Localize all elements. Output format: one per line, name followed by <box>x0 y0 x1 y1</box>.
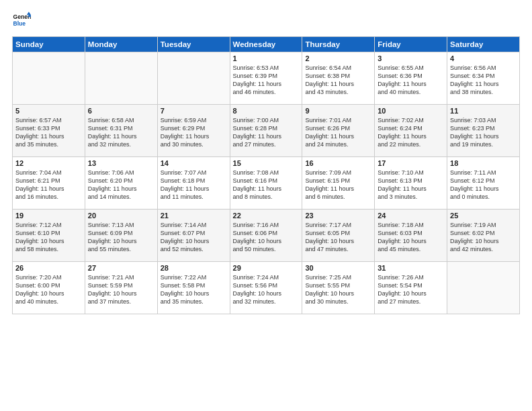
day-number: 25 <box>450 212 517 220</box>
weekday-friday: Friday <box>375 37 447 52</box>
day-number: 24 <box>378 212 444 220</box>
day-info: Sunrise: 7:20 AM Sunset: 6:00 PM Dayligh… <box>15 273 82 306</box>
day-number: 2 <box>305 54 371 62</box>
day-number: 8 <box>233 107 300 115</box>
calendar-cell: 11Sunrise: 7:03 AM Sunset: 6:23 PM Dayli… <box>447 105 520 157</box>
calendar-cell: 29Sunrise: 7:24 AM Sunset: 5:56 PM Dayli… <box>230 262 302 314</box>
day-info: Sunrise: 7:17 AM Sunset: 6:05 PM Dayligh… <box>305 221 371 254</box>
day-number: 1 <box>233 54 300 62</box>
calendar-cell: 10Sunrise: 7:02 AM Sunset: 6:24 PM Dayli… <box>375 105 447 157</box>
day-info: Sunrise: 7:11 AM Sunset: 6:12 PM Dayligh… <box>450 169 517 201</box>
calendar-cell: 26Sunrise: 7:20 AM Sunset: 6:00 PM Dayli… <box>13 262 85 314</box>
day-number: 6 <box>88 107 154 115</box>
weekday-sunday: Sunday <box>13 37 85 52</box>
day-number: 18 <box>450 159 517 167</box>
day-info: Sunrise: 7:04 AM Sunset: 6:21 PM Dayligh… <box>15 169 82 201</box>
calendar-cell <box>85 52 157 105</box>
day-info: Sunrise: 7:03 AM Sunset: 6:23 PM Dayligh… <box>450 116 517 149</box>
page: General Blue SundayMondayTuesdayWednesda… <box>0 0 532 411</box>
day-info: Sunrise: 7:22 AM Sunset: 5:58 PM Dayligh… <box>161 273 227 306</box>
day-info: Sunrise: 7:14 AM Sunset: 6:07 PM Dayligh… <box>161 221 227 254</box>
day-number: 4 <box>450 54 517 62</box>
calendar-cell: 14Sunrise: 7:07 AM Sunset: 6:18 PM Dayli… <box>157 157 230 210</box>
day-number: 21 <box>161 212 227 220</box>
day-number: 23 <box>305 212 371 220</box>
calendar-cell: 30Sunrise: 7:25 AM Sunset: 5:55 PM Dayli… <box>302 262 375 314</box>
day-number: 15 <box>233 159 300 167</box>
weekday-tuesday: Tuesday <box>157 37 230 52</box>
logo: General Blue <box>12 11 31 30</box>
calendar-cell: 22Sunrise: 7:16 AM Sunset: 6:06 PM Dayli… <box>230 210 302 262</box>
calendar-cell: 9Sunrise: 7:01 AM Sunset: 6:26 PM Daylig… <box>302 105 375 157</box>
day-number: 20 <box>88 212 154 220</box>
calendar-cell: 12Sunrise: 7:04 AM Sunset: 6:21 PM Dayli… <box>13 157 85 210</box>
day-number: 29 <box>233 264 300 272</box>
calendar-cell: 16Sunrise: 7:09 AM Sunset: 6:15 PM Dayli… <box>302 157 375 210</box>
day-number: 16 <box>305 159 371 167</box>
calendar-cell: 19Sunrise: 7:12 AM Sunset: 6:10 PM Dayli… <box>13 210 85 262</box>
week-row-1: 1Sunrise: 6:53 AM Sunset: 6:39 PM Daylig… <box>13 52 520 105</box>
day-info: Sunrise: 7:00 AM Sunset: 6:28 PM Dayligh… <box>233 116 300 149</box>
day-info: Sunrise: 7:19 AM Sunset: 6:02 PM Dayligh… <box>450 221 517 254</box>
day-info: Sunrise: 7:26 AM Sunset: 5:54 PM Dayligh… <box>378 273 444 306</box>
day-info: Sunrise: 7:12 AM Sunset: 6:10 PM Dayligh… <box>15 221 82 254</box>
weekday-saturday: Saturday <box>447 37 520 52</box>
day-number: 26 <box>15 264 82 272</box>
day-number: 10 <box>378 107 444 115</box>
calendar-cell: 17Sunrise: 7:10 AM Sunset: 6:13 PM Dayli… <box>375 157 447 210</box>
day-number: 30 <box>305 264 371 272</box>
calendar-cell: 7Sunrise: 6:59 AM Sunset: 6:29 PM Daylig… <box>157 105 230 157</box>
day-info: Sunrise: 6:54 AM Sunset: 6:38 PM Dayligh… <box>305 64 371 97</box>
weekday-monday: Monday <box>85 37 157 52</box>
day-number: 19 <box>15 212 82 220</box>
calendar-cell: 4Sunrise: 6:56 AM Sunset: 6:34 PM Daylig… <box>447 52 520 105</box>
weekday-header-row: SundayMondayTuesdayWednesdayThursdayFrid… <box>13 37 520 52</box>
day-info: Sunrise: 6:59 AM Sunset: 6:29 PM Dayligh… <box>161 116 227 149</box>
weekday-thursday: Thursday <box>302 37 375 52</box>
day-number: 3 <box>378 54 444 62</box>
day-number: 17 <box>378 159 444 167</box>
day-info: Sunrise: 7:09 AM Sunset: 6:15 PM Dayligh… <box>305 169 371 201</box>
day-info: Sunrise: 7:16 AM Sunset: 6:06 PM Dayligh… <box>233 221 300 254</box>
calendar-cell: 5Sunrise: 6:57 AM Sunset: 6:33 PM Daylig… <box>13 105 85 157</box>
calendar-cell: 8Sunrise: 7:00 AM Sunset: 6:28 PM Daylig… <box>230 105 302 157</box>
calendar-cell: 27Sunrise: 7:21 AM Sunset: 5:59 PM Dayli… <box>85 262 157 314</box>
day-number: 22 <box>233 212 300 220</box>
day-number: 9 <box>305 107 371 115</box>
day-info: Sunrise: 6:55 AM Sunset: 6:36 PM Dayligh… <box>378 64 444 97</box>
header: General Blue <box>12 11 520 30</box>
day-info: Sunrise: 6:57 AM Sunset: 6:33 PM Dayligh… <box>15 116 82 149</box>
calendar-cell: 13Sunrise: 7:06 AM Sunset: 6:20 PM Dayli… <box>85 157 157 210</box>
calendar-cell: 18Sunrise: 7:11 AM Sunset: 6:12 PM Dayli… <box>447 157 520 210</box>
svg-text:Blue: Blue <box>13 20 26 27</box>
calendar-cell <box>157 52 230 105</box>
calendar-cell: 21Sunrise: 7:14 AM Sunset: 6:07 PM Dayli… <box>157 210 230 262</box>
day-number: 27 <box>88 264 154 272</box>
day-number: 14 <box>161 159 227 167</box>
calendar-table: SundayMondayTuesdayWednesdayThursdayFrid… <box>12 36 520 314</box>
day-number: 28 <box>161 264 227 272</box>
calendar-cell: 1Sunrise: 6:53 AM Sunset: 6:39 PM Daylig… <box>230 52 302 105</box>
day-info: Sunrise: 7:21 AM Sunset: 5:59 PM Dayligh… <box>88 273 154 306</box>
week-row-5: 26Sunrise: 7:20 AM Sunset: 6:00 PM Dayli… <box>13 262 520 314</box>
calendar-cell: 23Sunrise: 7:17 AM Sunset: 6:05 PM Dayli… <box>302 210 375 262</box>
calendar-cell: 3Sunrise: 6:55 AM Sunset: 6:36 PM Daylig… <box>375 52 447 105</box>
calendar-cell: 2Sunrise: 6:54 AM Sunset: 6:38 PM Daylig… <box>302 52 375 105</box>
day-info: Sunrise: 7:25 AM Sunset: 5:55 PM Dayligh… <box>305 273 371 306</box>
logo-icon: General Blue <box>12 11 31 30</box>
day-info: Sunrise: 7:02 AM Sunset: 6:24 PM Dayligh… <box>378 116 444 149</box>
calendar-cell: 15Sunrise: 7:08 AM Sunset: 6:16 PM Dayli… <box>230 157 302 210</box>
week-row-3: 12Sunrise: 7:04 AM Sunset: 6:21 PM Dayli… <box>13 157 520 210</box>
day-number: 11 <box>450 107 517 115</box>
calendar-cell: 28Sunrise: 7:22 AM Sunset: 5:58 PM Dayli… <box>157 262 230 314</box>
day-info: Sunrise: 7:08 AM Sunset: 6:16 PM Dayligh… <box>233 169 300 201</box>
day-number: 5 <box>15 107 82 115</box>
calendar-cell: 25Sunrise: 7:19 AM Sunset: 6:02 PM Dayli… <box>447 210 520 262</box>
day-info: Sunrise: 6:58 AM Sunset: 6:31 PM Dayligh… <box>88 116 154 149</box>
day-info: Sunrise: 7:24 AM Sunset: 5:56 PM Dayligh… <box>233 273 300 306</box>
day-number: 7 <box>161 107 227 115</box>
weekday-wednesday: Wednesday <box>230 37 302 52</box>
day-info: Sunrise: 7:06 AM Sunset: 6:20 PM Dayligh… <box>88 169 154 201</box>
calendar-cell <box>13 52 85 105</box>
day-info: Sunrise: 6:56 AM Sunset: 6:34 PM Dayligh… <box>450 64 517 97</box>
